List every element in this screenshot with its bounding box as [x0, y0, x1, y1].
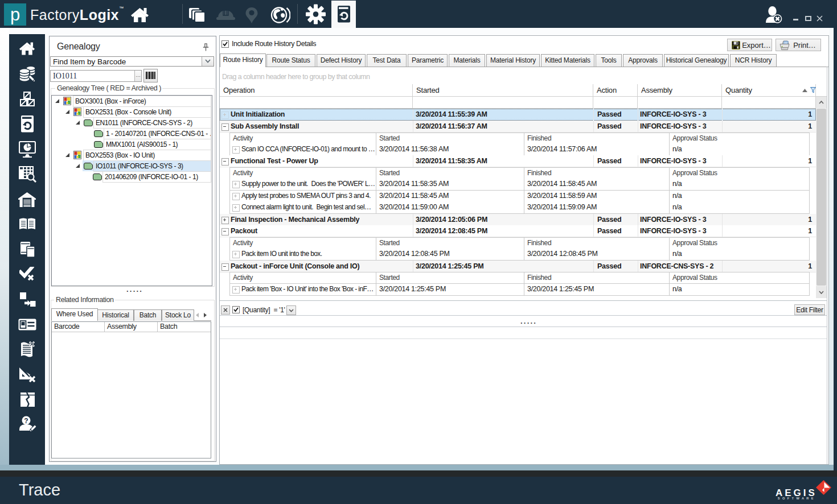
svg-text:?: ?	[24, 417, 28, 425]
